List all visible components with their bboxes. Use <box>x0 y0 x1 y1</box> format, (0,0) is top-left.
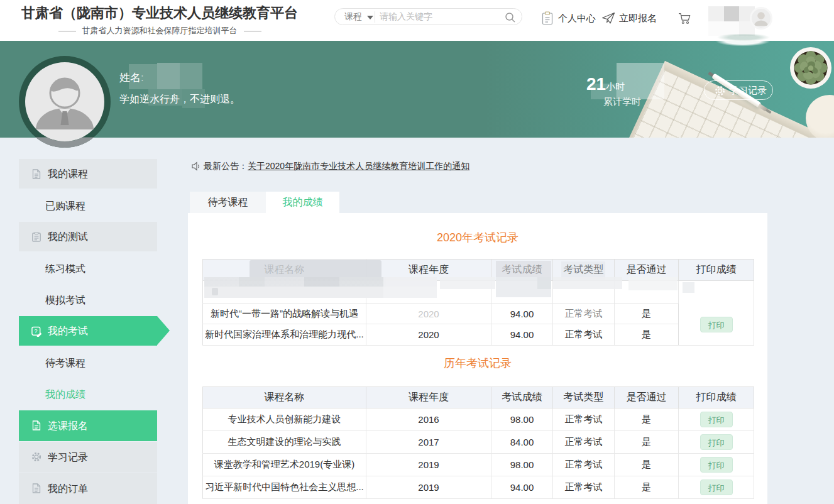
svg-text:?: ? <box>34 328 37 334</box>
